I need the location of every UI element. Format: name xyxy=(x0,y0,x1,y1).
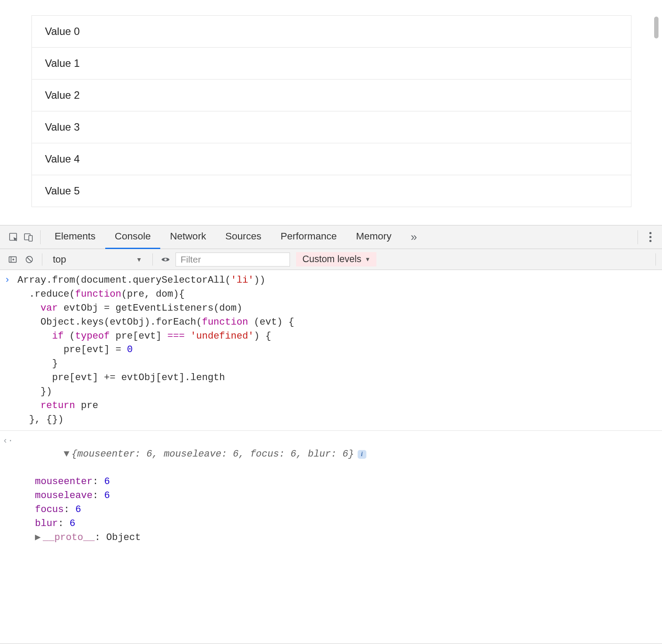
code-line: if (typeof pre[evt] === 'undefined') { xyxy=(0,329,662,343)
output-prompt-icon: ‹· xyxy=(3,434,13,447)
list-item[interactable]: Value 4 xyxy=(32,143,631,175)
list-item[interactable]: Value 1 xyxy=(32,48,631,80)
code-line: .reduce(function(pre, dom){ xyxy=(0,287,662,301)
object-property-line[interactable]: blur: 6 xyxy=(0,517,662,531)
console-input-entry: › Array.from(document.querySelectorAll('… xyxy=(0,274,662,431)
code-line: var evtObj = getEventListeners(dom) xyxy=(0,301,662,315)
page-viewport: Value 0 Value 1 Value 2 Value 3 Value 4 … xyxy=(0,0,662,208)
separator xyxy=(152,253,153,266)
console-toolbar: top ▼ Custom levels ▼ xyxy=(0,249,662,270)
object-summary-line[interactable]: ▼{mouseenter: 6, mouseleave: 6, focus: 6… xyxy=(0,433,662,475)
console-output-entry: ‹· ▼{mouseenter: 6, mouseleave: 6, focus… xyxy=(0,433,662,545)
execution-context-selector[interactable]: top ▼ xyxy=(48,254,146,265)
info-badge-icon[interactable]: i xyxy=(358,450,366,459)
devtools-tab-bar: Elements Console Network Sources Perform… xyxy=(0,225,662,249)
expand-toggle-icon[interactable]: ▼ xyxy=(64,447,70,461)
page-scrollbar[interactable] xyxy=(654,17,659,38)
tab-performance[interactable]: Performance xyxy=(271,225,346,249)
devtools-menu-icon[interactable] xyxy=(645,229,656,245)
code-line: pre[evt] += evtObj[evt].length xyxy=(0,371,662,385)
separator xyxy=(638,230,638,244)
list-item[interactable]: Value 0 xyxy=(32,16,631,48)
separator xyxy=(40,230,41,244)
input-prompt-icon: › xyxy=(4,274,10,287)
log-levels-selector[interactable]: Custom levels ▼ xyxy=(296,252,376,267)
code-line: return pre xyxy=(0,399,662,413)
expand-toggle-icon[interactable]: ▶ xyxy=(35,531,41,545)
layout-gap xyxy=(0,208,662,225)
tab-console[interactable]: Console xyxy=(105,225,161,249)
value-list: Value 0 Value 1 Value 2 Value 3 Value 4 … xyxy=(31,15,631,207)
svg-rect-2 xyxy=(29,235,32,241)
levels-label: Custom levels xyxy=(302,254,361,265)
console-output[interactable]: › Array.from(document.querySelectorAll('… xyxy=(0,270,662,644)
svg-point-5 xyxy=(165,258,167,261)
chevron-down-icon: ▼ xyxy=(136,256,142,263)
devtools-panel: Elements Console Network Sources Perform… xyxy=(0,225,662,644)
code-line: pre[evt] = 0 xyxy=(0,343,662,357)
code-line: }, {}) xyxy=(0,413,662,427)
code-line: } xyxy=(0,357,662,371)
tabs-overflow-icon[interactable]: » xyxy=(407,230,421,244)
code-line: }) xyxy=(0,385,662,399)
context-label: top xyxy=(53,254,66,265)
separator xyxy=(655,253,656,266)
console-filter-input[interactable] xyxy=(176,253,290,267)
chevron-down-icon: ▼ xyxy=(365,256,370,263)
tab-elements[interactable]: Elements xyxy=(45,225,105,249)
list-item[interactable]: Value 3 xyxy=(32,111,631,143)
tab-network[interactable]: Network xyxy=(160,225,216,249)
device-toolbar-icon[interactable] xyxy=(21,230,36,245)
object-property-line[interactable]: focus: 6 xyxy=(0,503,662,517)
list-item[interactable]: Value 2 xyxy=(32,80,631,111)
object-property-line[interactable]: mouseleave: 6 xyxy=(0,489,662,503)
object-properties: mouseenter: 6mouseleave: 6focus: 6blur: … xyxy=(0,475,662,531)
object-property-line[interactable]: mouseenter: 6 xyxy=(0,475,662,489)
code-line: Array.from(document.querySelectorAll('li… xyxy=(0,274,662,287)
tab-memory[interactable]: Memory xyxy=(346,225,401,249)
code-line: Object.keys(evtObj).forEach(function (ev… xyxy=(0,315,662,329)
clear-console-icon[interactable] xyxy=(23,253,36,266)
separator xyxy=(42,253,42,266)
inspect-element-icon[interactable] xyxy=(6,230,21,245)
console-sidebar-toggle-icon[interactable] xyxy=(6,253,19,266)
tab-sources[interactable]: Sources xyxy=(216,225,271,249)
live-expression-icon[interactable] xyxy=(159,253,172,266)
object-proto-line[interactable]: ▶__proto__: Object xyxy=(0,531,662,545)
list-item[interactable]: Value 5 xyxy=(32,175,631,207)
